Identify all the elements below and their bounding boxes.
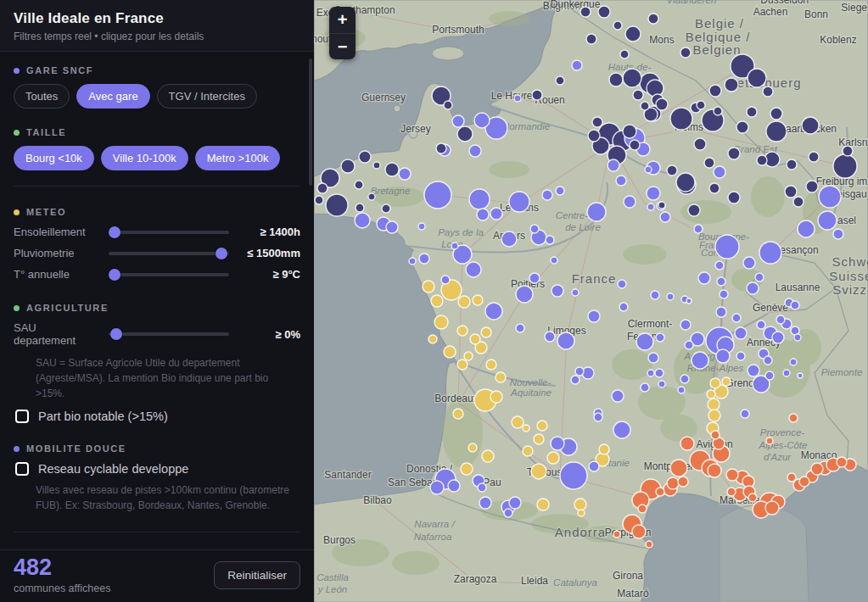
commune-dot[interactable] — [759, 242, 781, 264]
commune-dot[interactable] — [667, 293, 674, 300]
commune-dot[interactable] — [818, 211, 837, 230]
commune-dot[interactable] — [469, 145, 481, 157]
commune-dot[interactable] — [485, 303, 502, 320]
pluviometrie-slider[interactable] — [109, 252, 229, 255]
commune-dot[interactable] — [708, 410, 720, 421]
commune-dot[interactable] — [594, 413, 602, 421]
commune-dot[interactable] — [441, 276, 450, 284]
commune-dot[interactable] — [409, 258, 416, 265]
commune-dot[interactable] — [341, 159, 355, 173]
ensoleillement-slider[interactable] — [109, 231, 229, 234]
commune-dot[interactable] — [704, 158, 714, 168]
commune-dot[interactable] — [523, 446, 533, 456]
pill-ville[interactable]: Ville 10-100k — [101, 146, 188, 170]
commune-dot[interactable] — [680, 375, 689, 383]
commune-dot[interactable] — [620, 50, 629, 59]
commune-dot[interactable] — [478, 483, 486, 492]
commune-dot[interactable] — [770, 108, 782, 120]
commune-dot[interactable] — [572, 60, 582, 70]
commune-dot[interactable] — [451, 242, 458, 249]
commune-dot[interactable] — [748, 69, 766, 87]
commune-dot[interactable] — [599, 444, 609, 454]
commune-dot[interactable] — [766, 121, 787, 142]
commune-dot[interactable] — [660, 212, 670, 222]
commune-dot[interactable] — [382, 204, 390, 213]
commune-dot[interactable] — [697, 101, 705, 109]
commune-dot[interactable] — [658, 202, 665, 209]
commune-dot[interactable] — [698, 272, 710, 284]
commune-dot[interactable] — [516, 286, 533, 303]
commune-dot[interactable] — [486, 360, 496, 370]
commune-dot[interactable] — [612, 390, 624, 402]
commune-dot[interactable] — [545, 332, 555, 342]
commune-dot[interactable] — [355, 213, 370, 228]
commune-dot[interactable] — [785, 186, 797, 198]
commune-dot[interactable] — [428, 335, 437, 343]
commune-dot[interactable] — [833, 154, 857, 178]
bio-checkbox-row[interactable]: Part bio notable (>15%) — [15, 410, 300, 423]
commune-dot[interactable] — [725, 78, 738, 92]
commune-dot[interactable] — [735, 327, 747, 339]
commune-dot[interactable] — [802, 117, 819, 134]
commune-dot[interactable] — [647, 370, 654, 376]
commune-dot[interactable] — [692, 352, 708, 369]
pill-metro[interactable]: Metro >100k — [195, 146, 281, 170]
commune-dot[interactable] — [798, 373, 803, 378]
commune-dot[interactable] — [728, 148, 740, 159]
commune-dot[interactable] — [655, 369, 664, 377]
commune-dot[interactable] — [676, 173, 695, 192]
commune-dot[interactable] — [356, 203, 364, 212]
commune-dot[interactable] — [772, 332, 784, 343]
commune-dot[interactable] — [315, 196, 323, 204]
commune-dot[interactable] — [317, 183, 328, 193]
commune-dot[interactable] — [685, 341, 693, 349]
commune-dot[interactable] — [586, 34, 596, 44]
commune-dot[interactable] — [588, 310, 600, 322]
commune-dot[interactable] — [656, 333, 664, 342]
commune-dot[interactable] — [765, 371, 774, 380]
commune-dot[interactable] — [609, 73, 623, 86]
commune-dot[interactable] — [512, 416, 524, 428]
commune-dot[interactable] — [509, 497, 521, 509]
commune-dot[interactable] — [530, 225, 539, 233]
commune-dot[interactable] — [504, 509, 512, 517]
commune-dot[interactable] — [670, 108, 692, 130]
commune-dot[interactable] — [468, 443, 477, 452]
commune-dot[interactable] — [716, 349, 730, 363]
commune-dot[interactable] — [588, 130, 600, 142]
commune-dot[interactable] — [708, 399, 720, 410]
commune-dot[interactable] — [641, 383, 649, 392]
commune-dot[interactable] — [482, 450, 494, 462]
commune-dot[interactable] — [537, 421, 547, 431]
commune-dot[interactable] — [423, 281, 434, 293]
commune-dot[interactable] — [490, 391, 502, 403]
commune-dot[interactable] — [646, 541, 652, 548]
commune-dot[interactable] — [747, 282, 759, 294]
commune-dot[interactable] — [747, 107, 757, 117]
commune-dot[interactable] — [399, 168, 411, 180]
commune-dot[interactable] — [514, 95, 521, 102]
commune-dot[interactable] — [466, 262, 481, 277]
commune-dot[interactable] — [532, 90, 542, 100]
commune-dot[interactable] — [580, 7, 591, 17]
commune-dot[interactable] — [720, 290, 728, 298]
commune-dot[interactable] — [670, 460, 687, 477]
commune-dot[interactable] — [464, 352, 473, 360]
commune-dot[interactable] — [636, 333, 653, 350]
commune-dot[interactable] — [385, 163, 399, 176]
commune-dot[interactable] — [613, 531, 620, 538]
commune-dot[interactable] — [560, 462, 587, 489]
commune-dot[interactable] — [436, 143, 446, 153]
commune-dot[interactable] — [787, 473, 796, 482]
commune-dot[interactable] — [431, 295, 443, 307]
commune-dot[interactable] — [578, 510, 585, 516]
commune-dot[interactable] — [623, 69, 641, 87]
commune-dot[interactable] — [457, 360, 468, 370]
commune-dot[interactable] — [717, 277, 725, 286]
commune-dot[interactable] — [658, 381, 665, 387]
commune-dot[interactable] — [368, 193, 375, 200]
commune-dot[interactable] — [452, 115, 464, 127]
sidebar-scrollbar[interactable] — [309, 59, 312, 186]
commune-dot[interactable] — [326, 194, 348, 216]
commune-dot[interactable] — [608, 159, 619, 171]
